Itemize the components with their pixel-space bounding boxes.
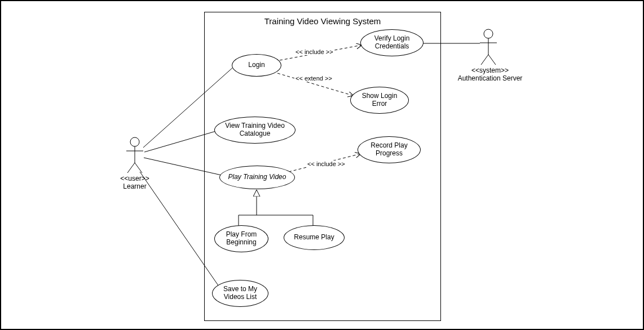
usecase-showerror-label: Show Login Error — [362, 92, 398, 108]
assoc-learner-play — [144, 158, 224, 176]
usecase-save: Save to My Videos List — [212, 280, 268, 307]
svg-point-5 — [484, 29, 493, 38]
assoc-learner-catalogue — [144, 131, 218, 152]
usecase-play: Play Training Video — [219, 166, 295, 189]
usecase-showerror: Show Login Error — [350, 87, 409, 114]
actor-learner-name: Learner — [123, 182, 146, 190]
actor-auth-name: Authentication Server — [458, 74, 523, 82]
generalization-play — [239, 190, 313, 226]
usecase-verify-label: Verify Login Credentials — [374, 35, 410, 51]
actor-auth-label: <<system>> Authentication Server — [453, 66, 527, 83]
usecase-frombeginning: Play From Beginning — [214, 225, 268, 252]
actor-learner-stereo: <<user>> — [120, 175, 149, 182]
usecase-login: Login — [232, 54, 281, 77]
usecase-resume-label: Resume Play — [294, 234, 334, 242]
usecase-resume: Resume Play — [284, 225, 345, 250]
svg-line-9 — [488, 55, 496, 65]
actor-learner-figure — [126, 137, 143, 173]
usecase-play-label: Play Training Video — [228, 173, 286, 181]
actor-auth-stereo: <<system>> — [471, 66, 509, 74]
usecase-login-label: Login — [248, 61, 264, 69]
usecase-catalogue-label: View Training Video Catalogue — [225, 122, 285, 138]
label-extend-login-showerror: << extend >> — [294, 75, 333, 82]
svg-line-8 — [481, 55, 488, 65]
actor-authserver-figure — [480, 29, 497, 65]
usecase-verify: Verify Login Credentials — [360, 29, 424, 56]
svg-line-3 — [127, 163, 135, 173]
usecase-record: Record Play Progress — [358, 136, 421, 163]
usecase-catalogue: View Training Video Catalogue — [214, 117, 295, 144]
label-include-play-record: << include >> — [306, 160, 346, 167]
diagram-canvas: Training Video Viewing System — [0, 0, 644, 330]
svg-line-4 — [135, 163, 142, 173]
svg-point-0 — [130, 137, 139, 146]
label-include-login-verify: << include >> — [294, 48, 334, 55]
usecase-save-label: Save to My Videos List — [223, 286, 257, 301]
usecase-record-label: Record Play Progress — [370, 142, 407, 158]
actor-learner-label: <<user>> Learner — [117, 175, 153, 191]
usecase-frombeginning-label: Play From Beginning — [226, 231, 257, 247]
